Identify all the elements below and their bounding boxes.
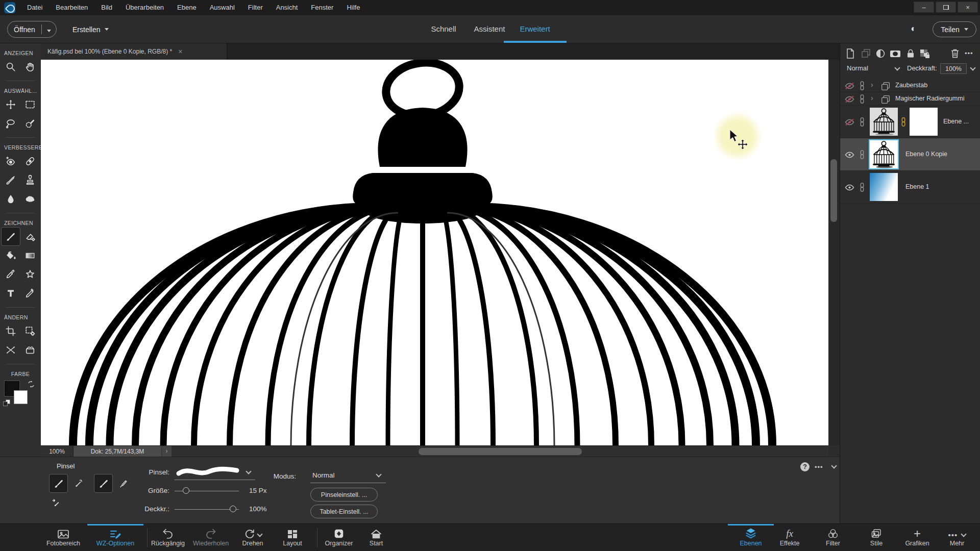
opacity-slider-knob[interactable] [230,506,236,512]
taskbar-grafiken[interactable]: + Grafiken [894,524,940,551]
mask-link-icon[interactable] [900,117,907,127]
link-icon[interactable] [859,94,866,104]
taskbar-wz-optionen[interactable]: WZ-Optionen [87,524,143,551]
tool-eraser[interactable] [20,227,40,246]
link-icon[interactable] [859,117,866,127]
link-icon[interactable] [859,149,866,160]
canvas[interactable] [41,60,828,445]
layer-row-ebene-0-kopie[interactable]: Ebene 0 Kopie [840,138,980,171]
tool-marquee[interactable] [20,95,40,114]
layer-name[interactable]: Zauberstab [895,82,927,89]
color-replacement-brush-button[interactable] [49,496,63,510]
brush-stroke-preview[interactable] [175,463,241,481]
layer-name[interactable]: Ebene ... [943,118,969,125]
tool-shape[interactable] [20,265,40,284]
tab-schnell[interactable]: Schnell [422,15,465,43]
tool-move[interactable] [1,95,20,114]
menu-ueberarbeiten[interactable]: Überarbeiten [119,0,170,15]
taskbar-drehen[interactable]: Drehen [230,524,276,551]
impressionist-brush-button[interactable] [71,477,86,491]
chevron-down-icon[interactable] [376,471,381,477]
taskbar-wiederholen[interactable]: Wiederholen [185,524,236,551]
tool-red-eye[interactable] [1,152,20,170]
size-value[interactable]: 15 Px [249,487,267,494]
menu-ansicht[interactable]: Ansicht [270,0,305,15]
layers-more-icon[interactable]: ••• [965,49,973,57]
zoom-level[interactable]: 100% [41,446,74,457]
tool-smart-brush[interactable] [1,170,20,189]
create-button[interactable]: Erstellen [72,21,109,38]
tool-pencil[interactable] [20,284,40,303]
layer-thumbnail[interactable] [870,108,898,136]
layer-group-zauberstab[interactable]: › Zauberstab [840,79,980,92]
close-button[interactable]: × [958,2,978,13]
brush-settings-button[interactable]: Pinseleinstell. ... [310,488,378,502]
menu-datei[interactable]: Datei [20,0,49,15]
document-tab[interactable]: Käfig.psd bei 100% (Ebene 0 Kopie, RGB/8… [41,43,227,60]
tool-frame[interactable] [20,340,40,359]
opacity-value[interactable]: 100% [249,505,267,513]
tool-recompose[interactable] [20,321,40,340]
status-expander[interactable]: › [161,446,172,457]
tool-blur[interactable] [1,189,20,208]
tool-zoom[interactable] [1,57,20,76]
layer-thumbnail[interactable] [870,173,898,201]
restore-button[interactable] [936,2,956,13]
brush-mode-button[interactable] [49,474,68,493]
menu-ebene[interactable]: Ebene [170,0,203,15]
tablet-settings-button[interactable]: Tablet-Einstell. ... [310,505,378,518]
layer-row-ebene-masked[interactable]: Ebene ... [840,106,980,138]
copy-layer-icon[interactable] [861,48,872,59]
tool-content-move[interactable] [1,340,20,359]
tool-crop[interactable] [1,321,20,340]
adjustment-layer-icon[interactable] [875,48,886,59]
menu-bearbeiten[interactable]: Bearbeiten [49,0,94,15]
chevron-down-icon[interactable] [246,468,251,474]
layer-name[interactable]: Magischer Radiergummi [895,95,964,102]
lock-icon[interactable] [905,48,916,59]
visibility-off-icon[interactable] [844,95,855,104]
taskbar-effekte[interactable]: fx Effekte [767,524,813,551]
expand-icon[interactable]: › [871,81,873,89]
layers-opacity-value[interactable]: 100% [940,63,967,74]
size-slider[interactable] [175,487,239,494]
horizontal-scrollbar-thumb[interactable] [419,448,582,455]
tool-gradient[interactable] [20,246,40,265]
tab-close-icon[interactable]: × [178,47,182,56]
layer-thumbnail[interactable] [870,140,898,168]
size-slider-knob[interactable] [183,487,189,494]
taskbar-filter[interactable]: Filter [811,524,855,551]
lock-transparency-icon[interactable] [919,48,931,60]
visibility-off-icon[interactable] [844,82,855,90]
mode-value[interactable]: Normal [312,471,335,479]
tool-type[interactable] [1,284,20,303]
taskbar-stile[interactable]: Stile [856,524,897,551]
chevron-down-icon[interactable] [894,65,900,70]
layer-name[interactable]: Ebene 1 [905,183,929,190]
swap-colors-icon[interactable] [27,380,35,388]
taskbar-fotobereich[interactable]: Fotobereich [35,524,91,551]
layer-row-ebene-1[interactable]: Ebene 1 [840,171,980,204]
collapse-panel-icon[interactable] [831,463,837,468]
layer-mask-thumbnail[interactable] [910,108,938,136]
tool-paint-bucket[interactable] [1,246,20,265]
share-button[interactable]: Teilen [933,21,976,37]
layer-group-magischer-radiergummi[interactable]: › Magischer Radiergummi [840,92,980,106]
opacity-slider[interactable] [175,506,239,513]
menu-fenster[interactable]: Fenster [304,0,340,15]
blend-mode-value[interactable]: Normal [847,64,868,72]
tab-assistent[interactable]: Assistent [468,15,511,43]
delete-layer-icon[interactable] [950,48,960,59]
help-button[interactable]: ? [800,462,810,471]
open-dropdown-arrow[interactable] [42,26,56,34]
tool-clone-stamp[interactable] [20,170,40,189]
panel-more-button[interactable]: ••• [815,463,823,471]
expand-icon[interactable]: › [871,94,873,102]
default-colors-icon[interactable] [3,399,11,407]
menu-hilfe[interactable]: Hilfe [340,0,366,15]
visibility-off-icon[interactable] [844,118,855,127]
layer-name[interactable]: Ebene 0 Kopie [905,151,947,158]
tool-sponge[interactable] [20,189,40,208]
tool-hand[interactable] [20,57,40,76]
taskbar-organizer[interactable]: Organizer [314,524,363,551]
